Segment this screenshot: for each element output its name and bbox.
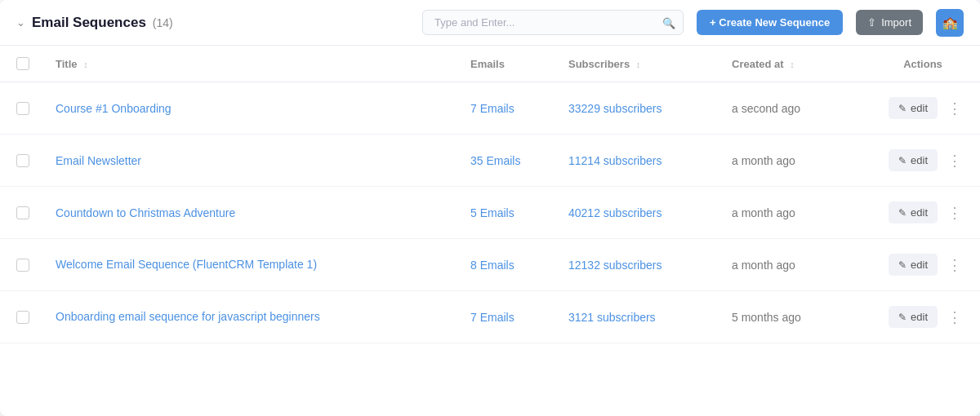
import-icon: ⇧	[867, 16, 876, 29]
row-title-cell: Welcome Email Sequence (FluentCRM Templa…	[42, 239, 457, 291]
search-input[interactable]	[422, 10, 684, 35]
import-button[interactable]: ⇧ Import	[856, 10, 923, 35]
row-subscribers-cell: 40212 subscribers	[555, 187, 719, 239]
table-row: Countdown to Christmas Adventure 5 Email…	[0, 187, 980, 239]
row-checkbox-cell	[0, 239, 42, 291]
edit-label: edit	[911, 154, 928, 166]
row-subscribers-cell: 33229 subscribers	[555, 82, 719, 135]
created-sort-icon: ↕	[790, 60, 795, 69]
row-created-value: a second ago	[732, 102, 800, 115]
col-created-header[interactable]: Created at ↕	[719, 46, 866, 82]
edit-pencil-icon: ✎	[898, 312, 906, 323]
row-subscribers-value: 12132 subscribers	[568, 259, 662, 272]
row-created-cell: a month ago	[719, 239, 866, 291]
row-title-cell: Course #1 Onboarding	[42, 82, 457, 135]
row-subscribers-cell: 12132 subscribers	[555, 239, 719, 291]
row-created-cell: a second ago	[719, 82, 866, 135]
row-emails-value: 7 Emails	[470, 311, 514, 324]
row-created-cell: 5 months ago	[719, 291, 866, 343]
row-subscribers-cell: 3121 subscribers	[555, 291, 719, 343]
row-created-value: 5 months ago	[732, 311, 801, 324]
edit-pencil-icon: ✎	[898, 103, 906, 114]
row-actions-cell: ✎ edit ⋮	[866, 187, 980, 239]
row-emails-value: 35 Emails	[470, 154, 520, 167]
col-emails-header: Emails	[457, 46, 555, 82]
row-created-cell: a month ago	[719, 135, 866, 187]
col-subscribers-header[interactable]: Subscribers ↕	[555, 46, 719, 82]
edit-pencil-icon: ✎	[898, 207, 906, 219]
select-all-checkbox[interactable]	[16, 57, 29, 70]
row-created-cell: a month ago	[719, 187, 866, 239]
edit-pencil-icon: ✎	[898, 259, 906, 271]
row-subscribers-value: 33229 subscribers	[568, 102, 662, 115]
title-group: ⌄ Email Sequences (14)	[16, 15, 173, 31]
page-title: Email Sequences	[32, 15, 146, 31]
graduation-icon-button[interactable]: 🏫	[936, 9, 964, 37]
row-created-value: a month ago	[732, 206, 795, 219]
edit-button[interactable]: ✎ edit	[889, 97, 938, 119]
title-sort-icon: ↕	[83, 60, 88, 69]
table-header-row: Title ↕ Emails Subscribers ↕ Created at …	[0, 46, 980, 82]
import-label: Import	[881, 16, 911, 29]
row-actions-cell: ✎ edit ⋮	[866, 239, 980, 291]
edit-button[interactable]: ✎ edit	[889, 149, 938, 171]
row-emails-value: 7 Emails	[470, 102, 514, 115]
edit-label: edit	[911, 311, 928, 323]
row-checkbox[interactable]	[16, 102, 29, 115]
row-emails-cell: 5 Emails	[457, 187, 555, 239]
row-checkbox-cell	[0, 291, 42, 343]
edit-label: edit	[911, 102, 928, 114]
row-subscribers-value: 3121 subscribers	[568, 311, 656, 324]
row-title-cell: Onboarding email sequence for javascript…	[42, 291, 457, 343]
collapse-icon[interactable]: ⌄	[16, 16, 25, 29]
row-subscribers-value: 11214 subscribers	[568, 154, 662, 167]
more-options-button[interactable]: ⋮	[942, 202, 967, 223]
row-created-value: a month ago	[732, 259, 795, 272]
edit-pencil-icon: ✎	[898, 155, 906, 166]
row-title-cell: Email Newsletter	[42, 135, 457, 187]
more-options-button[interactable]: ⋮	[942, 98, 967, 119]
row-title[interactable]: Course #1 Onboarding	[56, 102, 172, 115]
row-emails-cell: 7 Emails	[457, 82, 555, 135]
sequences-table: Title ↕ Emails Subscribers ↕ Created at …	[0, 46, 980, 343]
row-checkbox[interactable]	[16, 206, 29, 219]
row-emails-value: 8 Emails	[470, 259, 514, 272]
search-container: 🔍	[422, 10, 684, 35]
row-emails-cell: 8 Emails	[457, 239, 555, 291]
col-actions-header: Actions	[866, 46, 980, 82]
row-checkbox[interactable]	[16, 259, 29, 272]
more-options-button[interactable]: ⋮	[942, 254, 967, 276]
row-actions-cell: ✎ edit ⋮	[866, 135, 980, 187]
row-created-value: a month ago	[732, 154, 795, 167]
edit-button[interactable]: ✎ edit	[889, 306, 938, 328]
row-checkbox[interactable]	[16, 311, 29, 324]
row-emails-value: 5 Emails	[470, 206, 514, 219]
more-options-button[interactable]: ⋮	[942, 307, 967, 328]
row-title[interactable]: Welcome Email Sequence (FluentCRM Templa…	[56, 258, 317, 271]
row-actions-cell: ✎ edit ⋮	[866, 291, 980, 343]
row-title[interactable]: Onboarding email sequence for javascript…	[56, 310, 320, 323]
edit-button[interactable]: ✎ edit	[889, 201, 938, 223]
col-check-header	[0, 46, 42, 82]
row-title[interactable]: Email Newsletter	[56, 154, 141, 167]
create-sequence-button[interactable]: + Create New Sequence	[697, 10, 843, 35]
row-emails-cell: 35 Emails	[457, 135, 555, 187]
col-title-header[interactable]: Title ↕	[42, 46, 457, 82]
row-title-cell: Countdown to Christmas Adventure	[42, 187, 457, 239]
row-subscribers-value: 40212 subscribers	[568, 206, 662, 219]
row-actions-cell: ✎ edit ⋮	[866, 82, 980, 135]
graduation-icon: 🏫	[942, 15, 958, 30]
row-checkbox[interactable]	[16, 154, 29, 167]
edit-label: edit	[911, 206, 928, 219]
subscribers-sort-icon: ↕	[636, 60, 641, 69]
row-checkbox-cell	[0, 82, 42, 135]
row-subscribers-cell: 11214 subscribers	[555, 135, 719, 187]
edit-button[interactable]: ✎ edit	[889, 254, 938, 276]
page-header: ⌄ Email Sequences (14) 🔍 + Create New Se…	[0, 0, 980, 46]
sequence-count: (14)	[153, 16, 173, 29]
table-row: Onboarding email sequence for javascript…	[0, 291, 980, 343]
row-checkbox-cell	[0, 135, 42, 187]
more-options-button[interactable]: ⋮	[942, 150, 967, 171]
row-title[interactable]: Countdown to Christmas Adventure	[56, 206, 235, 219]
row-checkbox-cell	[0, 187, 42, 239]
